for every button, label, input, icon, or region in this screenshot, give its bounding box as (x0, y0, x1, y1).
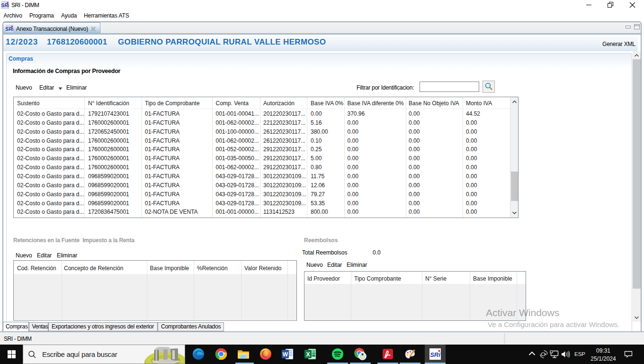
svg-text:W: W (283, 351, 288, 358)
svg-text:SRi: SRi (430, 351, 440, 358)
svg-text:X: X (306, 351, 310, 358)
